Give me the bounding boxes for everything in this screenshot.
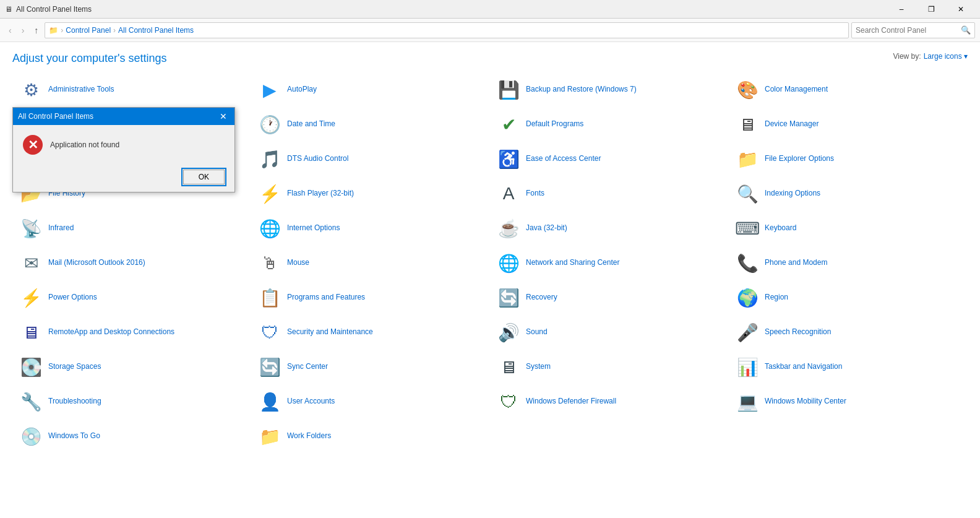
item-label: Default Programs [526, 119, 583, 129]
control-item[interactable]: 🖥 System [490, 351, 729, 383]
control-item[interactable]: ✉ Mail (Microsoft Outlook 2016) [12, 247, 251, 279]
control-item[interactable]: 🌍 Region [729, 282, 968, 314]
control-item[interactable]: ⌨ Keyboard [729, 212, 968, 244]
control-item[interactable]: ⚡ Flash Player (32-bit) [251, 178, 490, 210]
dialog-close-button[interactable]: ✕ [217, 111, 230, 121]
item-label: Security and Maintenance [287, 327, 373, 337]
item-icon: 🖥 [497, 356, 520, 378]
item-label: Network and Sharing Center [526, 258, 619, 268]
item-label: Programs and Features [287, 293, 365, 303]
item-label: Windows Mobility Center [765, 397, 846, 407]
control-item[interactable]: 🔄 Recovery [490, 282, 729, 314]
item-label: RemoteApp and Desktop Connections [48, 327, 174, 337]
item-label: File Explorer Options [765, 154, 834, 164]
item-label: Sync Center [287, 362, 328, 372]
search-icon: 🔍 [961, 25, 971, 35]
control-item[interactable]: 💾 Backup and Restore (Windows 7) [490, 74, 729, 106]
control-item[interactable]: 🔍 Indexing Options [729, 178, 968, 210]
back-button[interactable]: ‹ [5, 23, 15, 38]
item-icon: 🔧 [20, 391, 42, 413]
item-icon: 🔄 [259, 356, 281, 378]
item-icon: 📞 [736, 252, 759, 274]
item-label: Color Management [765, 85, 828, 95]
item-label: Phone and Modem [765, 258, 827, 268]
item-label: Java (32-bit) [526, 223, 567, 233]
control-item[interactable]: 🎤 Speech Recognition [729, 316, 968, 348]
forward-button[interactable]: › [18, 23, 28, 38]
control-item[interactable]: 🔧 Troubleshooting [12, 386, 251, 418]
item-label: Infrared [48, 223, 74, 233]
breadcrumb-all-items[interactable]: All Control Panel Items [118, 26, 194, 35]
control-item[interactable]: 📋 Programs and Features [251, 282, 490, 314]
control-item[interactable]: ▶ AutoPlay [251, 74, 490, 106]
item-label: Speech Recognition [765, 327, 831, 337]
title-bar-controls: – ❐ ✕ [887, 0, 975, 19]
control-item[interactable]: A Fonts [490, 178, 729, 210]
control-item[interactable]: ☕ Java (32-bit) [490, 212, 729, 244]
control-item[interactable]: ♿ Ease of Access Center [490, 143, 729, 175]
control-item[interactable]: 👤 User Accounts [251, 386, 490, 418]
control-item[interactable]: 🖥 Device Manager [729, 108, 968, 140]
control-item[interactable]: 📡 Infrared [12, 212, 251, 244]
item-icon: 🎨 [736, 79, 759, 101]
control-item[interactable]: 📁 File Explorer Options [729, 143, 968, 175]
dialog-ok-button[interactable]: OK [183, 170, 225, 184]
item-icon: 🎵 [259, 148, 281, 170]
restore-button[interactable]: ❐ [917, 0, 945, 19]
dialog-footer: OK [13, 165, 234, 192]
item-icon: A [497, 183, 520, 205]
item-label: Backup and Restore (Windows 7) [526, 85, 637, 95]
minimize-button[interactable]: – [887, 0, 916, 19]
control-item[interactable]: 🔊 Sound [490, 316, 729, 348]
breadcrumb-icon: 📁 [49, 26, 58, 35]
control-item[interactable]: 📞 Phone and Modem [729, 247, 968, 279]
control-item[interactable]: 💽 Storage Spaces [12, 351, 251, 383]
item-label: Flash Player (32-bit) [287, 189, 354, 199]
control-item[interactable]: ⚙ Administrative Tools [12, 74, 251, 106]
up-button[interactable]: ↑ [30, 23, 42, 38]
item-icon: 🛡 [259, 321, 281, 343]
item-label: Fonts [526, 189, 544, 199]
item-icon: 🖱 [259, 252, 281, 274]
item-label: Keyboard [765, 223, 796, 233]
window-title: All Control Panel Items [16, 5, 92, 14]
item-label: Storage Spaces [48, 362, 101, 372]
dialog-message: Application not found [50, 140, 119, 149]
search-input[interactable] [856, 26, 961, 35]
control-item[interactable]: 📁 Work Folders [251, 420, 490, 452]
control-item[interactable]: 🌐 Network and Sharing Center [490, 247, 729, 279]
control-item[interactable]: 🖥 RemoteApp and Desktop Connections [12, 316, 251, 348]
item-icon: 👤 [259, 391, 281, 413]
item-label: Troubleshooting [48, 397, 101, 407]
close-button[interactable]: ✕ [947, 0, 975, 19]
item-icon: 🔄 [497, 287, 520, 309]
control-item[interactable]: ✔ Default Programs [490, 108, 729, 140]
view-by-value[interactable]: Large icons ▾ [924, 52, 968, 61]
control-item[interactable]: 🕐 Date and Time [251, 108, 490, 140]
item-icon: ♿ [497, 148, 520, 170]
item-label: Taskbar and Navigation [765, 362, 842, 372]
main-content: View by: Large icons ▾ Adjust your compu… [0, 42, 980, 462]
dialog-titlebar: All Control Panel Items ✕ [13, 108, 234, 125]
control-item[interactable]: 🌐 Internet Options [251, 212, 490, 244]
item-icon: 💻 [736, 391, 759, 413]
item-icon: ⚡ [20, 287, 42, 309]
control-item[interactable]: 💿 Windows To Go [12, 420, 251, 452]
item-icon: 🔍 [736, 183, 759, 205]
control-item[interactable]: 🔄 Sync Center [251, 351, 490, 383]
breadcrumb-control-panel[interactable]: Control Panel [66, 26, 111, 35]
item-label: Device Manager [765, 119, 819, 129]
item-icon: 🌍 [736, 287, 759, 309]
control-item[interactable]: 📊 Taskbar and Navigation [729, 351, 968, 383]
item-label: Mouse [287, 258, 309, 268]
item-label: Recovery [526, 293, 557, 303]
control-item[interactable]: 🎨 Color Management [729, 74, 968, 106]
item-icon: 📡 [20, 217, 42, 240]
control-item[interactable]: 💻 Windows Mobility Center [729, 386, 968, 418]
control-item[interactable]: 🖱 Mouse [251, 247, 490, 279]
control-item[interactable]: 🛡 Windows Defender Firewall [490, 386, 729, 418]
control-item[interactable]: 🎵 DTS Audio Control [251, 143, 490, 175]
control-item[interactable]: 🛡 Security and Maintenance [251, 316, 490, 348]
control-item[interactable]: ⚡ Power Options [12, 282, 251, 314]
item-label: Internet Options [287, 223, 340, 233]
